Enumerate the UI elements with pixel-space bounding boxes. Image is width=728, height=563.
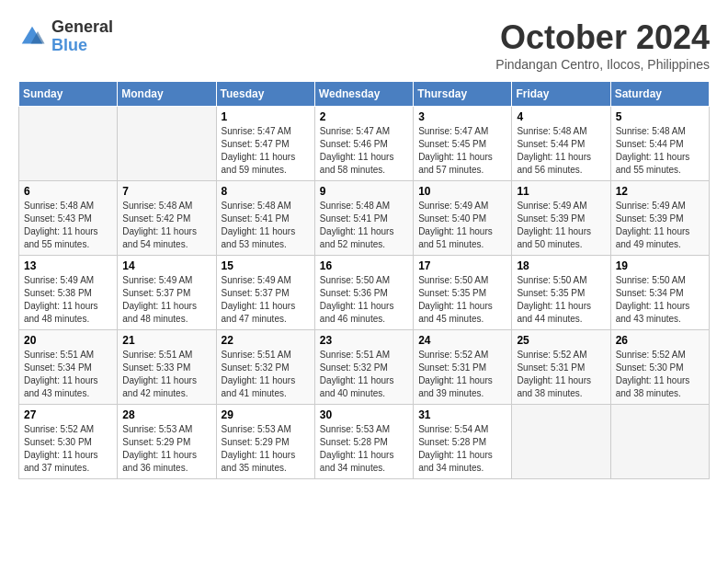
calendar-day-cell: 15Sunrise: 5:49 AMSunset: 5:37 PMDayligh… (216, 256, 314, 330)
calendar-day-cell (118, 107, 216, 181)
calendar-day-cell (19, 107, 118, 181)
day-of-week-header: Monday (118, 82, 216, 107)
day-info: Sunrise: 5:48 AMSunset: 5:44 PMDaylight:… (517, 125, 605, 177)
day-of-week-header: Friday (512, 82, 610, 107)
day-number: 13 (24, 259, 112, 272)
day-number: 8 (222, 185, 310, 198)
logo-blue: Blue (51, 37, 113, 55)
calendar-day-cell: 18Sunrise: 5:50 AMSunset: 5:35 PMDayligh… (512, 256, 610, 330)
day-number: 19 (616, 259, 704, 272)
day-info: Sunrise: 5:50 AMSunset: 5:34 PMDaylight:… (616, 274, 704, 326)
day-info: Sunrise: 5:53 AMSunset: 5:28 PMDaylight:… (320, 423, 408, 475)
calendar-day-cell: 16Sunrise: 5:50 AMSunset: 5:36 PMDayligh… (314, 256, 413, 330)
calendar-day-cell: 7Sunrise: 5:48 AMSunset: 5:42 PMDaylight… (118, 181, 216, 256)
calendar-day-cell: 13Sunrise: 5:49 AMSunset: 5:38 PMDayligh… (19, 256, 118, 330)
day-info: Sunrise: 5:49 AMSunset: 5:39 PMDaylight:… (517, 200, 605, 251)
location-subtitle: Pindangan Centro, Ilocos, Philippines (495, 57, 710, 72)
day-info: Sunrise: 5:49 AMSunset: 5:38 PMDaylight:… (24, 274, 112, 326)
day-number: 9 (320, 185, 408, 198)
day-info: Sunrise: 5:52 AMSunset: 5:30 PMDaylight:… (24, 423, 112, 475)
calendar-day-cell: 25Sunrise: 5:52 AMSunset: 5:31 PMDayligh… (512, 330, 610, 405)
day-number: 30 (320, 408, 408, 421)
day-number: 14 (122, 259, 210, 272)
day-info: Sunrise: 5:49 AMSunset: 5:37 PMDaylight:… (122, 274, 210, 326)
calendar-day-cell: 11Sunrise: 5:49 AMSunset: 5:39 PMDayligh… (512, 181, 610, 256)
calendar-day-cell (610, 405, 709, 479)
day-number: 22 (222, 334, 310, 347)
calendar-day-cell: 1Sunrise: 5:47 AMSunset: 5:47 PMDaylight… (216, 107, 314, 181)
day-of-week-header: Thursday (414, 82, 512, 107)
title-block: October 2024 Pindangan Centro, Ilocos, P… (495, 18, 710, 72)
day-number: 26 (616, 334, 704, 347)
day-info: Sunrise: 5:53 AMSunset: 5:29 PMDaylight:… (122, 423, 210, 475)
day-info: Sunrise: 5:49 AMSunset: 5:39 PMDaylight:… (616, 200, 704, 251)
day-number: 27 (24, 408, 112, 421)
day-number: 3 (418, 110, 506, 123)
calendar-day-cell: 2Sunrise: 5:47 AMSunset: 5:46 PMDaylight… (314, 107, 413, 181)
day-number: 4 (517, 110, 605, 123)
page-header: General Blue October 2024 Pindangan Cent… (18, 18, 710, 72)
calendar-day-cell: 26Sunrise: 5:52 AMSunset: 5:30 PMDayligh… (610, 330, 709, 405)
day-info: Sunrise: 5:48 AMSunset: 5:43 PMDaylight:… (24, 200, 112, 251)
day-info: Sunrise: 5:51 AMSunset: 5:33 PMDaylight:… (122, 349, 210, 400)
calendar-header-row: SundayMondayTuesdayWednesdayThursdayFrid… (19, 82, 710, 107)
calendar-day-cell: 22Sunrise: 5:51 AMSunset: 5:32 PMDayligh… (216, 330, 314, 405)
day-number: 20 (24, 334, 112, 347)
calendar-day-cell: 27Sunrise: 5:52 AMSunset: 5:30 PMDayligh… (19, 405, 118, 479)
calendar-day-cell: 30Sunrise: 5:53 AMSunset: 5:28 PMDayligh… (314, 405, 413, 479)
day-number: 12 (616, 185, 704, 198)
day-number: 1 (222, 110, 310, 123)
day-number: 17 (418, 259, 506, 272)
calendar-day-cell: 12Sunrise: 5:49 AMSunset: 5:39 PMDayligh… (610, 181, 709, 256)
day-info: Sunrise: 5:48 AMSunset: 5:44 PMDaylight:… (616, 125, 704, 177)
calendar-day-cell: 21Sunrise: 5:51 AMSunset: 5:33 PMDayligh… (118, 330, 216, 405)
day-info: Sunrise: 5:47 AMSunset: 5:45 PMDaylight:… (418, 125, 506, 177)
day-info: Sunrise: 5:48 AMSunset: 5:42 PMDaylight:… (122, 200, 210, 251)
calendar-week-row: 27Sunrise: 5:52 AMSunset: 5:30 PMDayligh… (19, 405, 710, 479)
logo-icon (18, 23, 46, 51)
day-info: Sunrise: 5:50 AMSunset: 5:35 PMDaylight:… (418, 274, 506, 326)
calendar-week-row: 6Sunrise: 5:48 AMSunset: 5:43 PMDaylight… (19, 181, 710, 256)
day-number: 18 (517, 259, 605, 272)
calendar-week-row: 1Sunrise: 5:47 AMSunset: 5:47 PMDaylight… (19, 107, 710, 181)
day-of-week-header: Sunday (19, 82, 118, 107)
day-number: 10 (418, 185, 506, 198)
calendar-week-row: 13Sunrise: 5:49 AMSunset: 5:38 PMDayligh… (19, 256, 710, 330)
calendar-day-cell: 5Sunrise: 5:48 AMSunset: 5:44 PMDaylight… (610, 107, 709, 181)
logo: General Blue (18, 18, 113, 55)
calendar-day-cell: 6Sunrise: 5:48 AMSunset: 5:43 PMDaylight… (19, 181, 118, 256)
day-info: Sunrise: 5:53 AMSunset: 5:29 PMDaylight:… (222, 423, 310, 475)
calendar-day-cell: 3Sunrise: 5:47 AMSunset: 5:45 PMDaylight… (414, 107, 512, 181)
day-number: 21 (122, 334, 210, 347)
calendar-day-cell: 29Sunrise: 5:53 AMSunset: 5:29 PMDayligh… (216, 405, 314, 479)
day-info: Sunrise: 5:52 AMSunset: 5:31 PMDaylight:… (418, 349, 506, 400)
day-of-week-header: Tuesday (216, 82, 314, 107)
day-number: 23 (320, 334, 408, 347)
calendar-day-cell: 14Sunrise: 5:49 AMSunset: 5:37 PMDayligh… (118, 256, 216, 330)
calendar-day-cell: 20Sunrise: 5:51 AMSunset: 5:34 PMDayligh… (19, 330, 118, 405)
calendar-day-cell: 9Sunrise: 5:48 AMSunset: 5:41 PMDaylight… (314, 181, 413, 256)
day-info: Sunrise: 5:48 AMSunset: 5:41 PMDaylight:… (222, 200, 310, 251)
day-info: Sunrise: 5:49 AMSunset: 5:40 PMDaylight:… (418, 200, 506, 251)
calendar-day-cell: 24Sunrise: 5:52 AMSunset: 5:31 PMDayligh… (414, 330, 512, 405)
day-info: Sunrise: 5:49 AMSunset: 5:37 PMDaylight:… (222, 274, 310, 326)
day-info: Sunrise: 5:47 AMSunset: 5:46 PMDaylight:… (320, 125, 408, 177)
logo-general: General (51, 18, 113, 37)
day-info: Sunrise: 5:51 AMSunset: 5:32 PMDaylight:… (320, 349, 408, 400)
calendar-day-cell: 23Sunrise: 5:51 AMSunset: 5:32 PMDayligh… (314, 330, 413, 405)
day-number: 11 (517, 185, 605, 198)
day-info: Sunrise: 5:51 AMSunset: 5:32 PMDaylight:… (222, 349, 310, 400)
calendar-table: SundayMondayTuesdayWednesdayThursdayFrid… (18, 81, 710, 479)
day-number: 2 (320, 110, 408, 123)
calendar-day-cell: 19Sunrise: 5:50 AMSunset: 5:34 PMDayligh… (610, 256, 709, 330)
day-info: Sunrise: 5:47 AMSunset: 5:47 PMDaylight:… (222, 125, 310, 177)
calendar-day-cell (512, 405, 610, 479)
day-number: 7 (122, 185, 210, 198)
month-year-title: October 2024 (495, 18, 710, 57)
day-number: 28 (122, 408, 210, 421)
calendar-day-cell: 28Sunrise: 5:53 AMSunset: 5:29 PMDayligh… (118, 405, 216, 479)
day-number: 24 (418, 334, 506, 347)
day-number: 6 (24, 185, 112, 198)
calendar-day-cell: 8Sunrise: 5:48 AMSunset: 5:41 PMDaylight… (216, 181, 314, 256)
day-number: 29 (222, 408, 310, 421)
